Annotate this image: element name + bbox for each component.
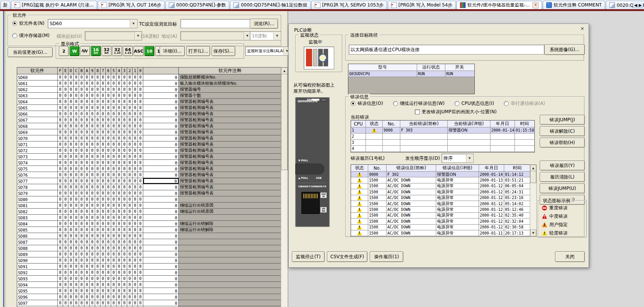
comment-cell[interactable]: 继续运行出错解除 <box>179 221 281 227</box>
column-header[interactable]: 状态 <box>351 165 368 171</box>
bit-cell[interactable]: 0 <box>127 166 133 172</box>
document-tab[interactable]: [PRG]R 写入 OUT 166步 <box>98 1 165 9</box>
bit-cell[interactable]: 0 <box>90 288 95 294</box>
bit-cell[interactable]: 0 <box>111 203 117 208</box>
bit-cell[interactable]: 0 <box>133 251 138 257</box>
bit-cell[interactable]: 0 <box>117 264 122 269</box>
bit-cell[interactable]: 0 <box>68 300 74 306</box>
bit-cell[interactable]: 0 <box>68 196 74 202</box>
device-cell[interactable]: SD89 <box>17 251 58 257</box>
bit-cell[interactable]: 0 <box>90 148 95 153</box>
bit-cell[interactable]: 0 <box>84 80 90 86</box>
bit-cell[interactable]: 0 <box>79 129 84 135</box>
comment-cell[interactable] <box>179 294 281 300</box>
bit-cell[interactable]: 0 <box>111 227 117 233</box>
tab-close-icon[interactable]: × <box>532 2 539 8</box>
bit-cell[interactable]: 0 <box>74 178 79 184</box>
bit-cell[interactable]: 0 <box>74 80 79 86</box>
bit-cell[interactable]: 0 <box>100 105 106 111</box>
bit-cell[interactable]: 0 <box>106 190 111 196</box>
bit-cell[interactable]: 0 <box>117 184 122 190</box>
bit-cell[interactable]: 0 <box>68 123 74 129</box>
bit-cell[interactable]: 0 <box>122 135 127 141</box>
value-cell[interactable]: 0 <box>143 209 179 214</box>
bit-cell[interactable]: 0 <box>58 160 63 166</box>
device-cell[interactable]: SD97 <box>17 300 58 306</box>
bit-cell[interactable]: 0 <box>63 87 68 92</box>
table-row[interactable]: SD8400000000000000000继续运行出错解除 <box>17 221 281 227</box>
bit-cell[interactable]: 0 <box>95 257 100 263</box>
column-header[interactable]: 时间 <box>504 165 530 171</box>
bit-cell[interactable]: 0 <box>79 282 84 288</box>
bit-cell[interactable]: 0 <box>106 288 111 294</box>
bit-cell[interactable]: 0 <box>133 172 138 178</box>
bit-cell[interactable]: 0 <box>74 245 79 251</box>
scrollbar-thumb[interactable] <box>281 74 288 170</box>
comment-cell[interactable] <box>179 196 281 202</box>
bit-cell[interactable]: 0 <box>84 245 90 251</box>
device-cell[interactable]: SD73 <box>17 154 58 159</box>
bit-cell[interactable]: 0 <box>133 264 138 269</box>
bit-cell[interactable]: 0 <box>95 117 100 123</box>
bit-cell[interactable]: 0 <box>63 148 68 153</box>
bit-cell[interactable]: 0 <box>122 99 127 104</box>
table-row[interactable]: SD8900000000000000000 <box>17 251 281 257</box>
table-row[interactable]: SD8500000000000000000继续运行出错解除 <box>17 227 281 233</box>
bit-cell[interactable]: 0 <box>95 215 100 220</box>
device-cell[interactable]: SD77 <box>17 178 58 184</box>
bit-cell[interactable]: 0 <box>127 288 133 294</box>
bit-cell[interactable]: 0 <box>138 135 143 141</box>
module-start-combo[interactable]: ▼ <box>85 31 142 40</box>
bit-cell[interactable]: 0 <box>79 105 84 111</box>
bit-cell[interactable]: 0 <box>127 172 133 178</box>
bit-cell[interactable]: 0 <box>68 172 74 178</box>
chevron-down-icon[interactable]: ▼ <box>283 47 288 55</box>
column-header[interactable]: CPU <box>351 121 366 127</box>
bit-column-header[interactable]: B <box>79 68 84 74</box>
bit-cell[interactable]: 0 <box>79 196 84 202</box>
bit-cell[interactable]: 0 <box>133 111 138 117</box>
bit-cell[interactable]: 0 <box>63 270 68 275</box>
bit-cell[interactable]: 0 <box>111 160 117 166</box>
value-cell[interactable]: 0 <box>143 172 179 178</box>
table-row[interactable]: SD7600000000000000000报警器检测编号表 <box>17 172 281 178</box>
bit-cell[interactable]: 0 <box>100 87 106 92</box>
bit-cell[interactable]: 0 <box>106 233 111 239</box>
bit-cell[interactable]: 0 <box>90 227 95 233</box>
bit-cell[interactable]: 0 <box>68 270 74 275</box>
bit-cell[interactable]: 0 <box>95 239 100 245</box>
table-row[interactable]: SD7900000000000000000报警器检测编号表 <box>17 190 281 196</box>
bit-cell[interactable]: 0 <box>122 233 127 239</box>
bit-cell[interactable]: 0 <box>100 190 106 196</box>
bit-cell[interactable]: 0 <box>133 93 138 98</box>
bit-cell[interactable]: 0 <box>95 123 100 129</box>
table-row[interactable]: SD9000000000000000000 <box>17 257 281 264</box>
column-header[interactable]: 当前错误(简称) <box>400 121 448 127</box>
bit-cell[interactable]: 0 <box>117 129 122 135</box>
bit-cell[interactable]: 0 <box>74 239 79 245</box>
bit-cell[interactable]: 0 <box>79 154 84 159</box>
bit-cell[interactable]: 0 <box>122 117 127 123</box>
bit-cell[interactable]: 0 <box>74 123 79 129</box>
bit-cell[interactable]: 0 <box>84 196 90 202</box>
bit-cell[interactable]: 0 <box>63 129 68 135</box>
bit-cell[interactable]: 0 <box>117 276 122 281</box>
comment-cell[interactable]: 报警器检测编号表 <box>179 166 281 172</box>
table-row[interactable]: SD8600000000000000000 <box>17 233 281 239</box>
bit-cell[interactable]: 0 <box>95 178 100 184</box>
chevron-down-icon[interactable]: ▼ <box>130 20 137 27</box>
bit-cell[interactable]: 0 <box>79 87 84 92</box>
bit-cell[interactable]: 0 <box>63 117 68 123</box>
bit-cell[interactable]: 0 <box>68 282 74 288</box>
table-row[interactable]: SD8700000000000000000 <box>17 239 281 245</box>
bit-cell[interactable]: 0 <box>63 184 68 190</box>
bit-cell[interactable]: 0 <box>74 288 79 294</box>
bit-cell[interactable]: 0 <box>95 233 100 239</box>
bit-cell[interactable]: 0 <box>74 99 79 104</box>
bit-cell[interactable]: 0 <box>90 111 95 117</box>
table-row[interactable]: SD8100000000000000000继续运行出错原因 <box>17 203 281 209</box>
comment-cell[interactable] <box>179 215 281 220</box>
bit-cell[interactable]: 0 <box>122 203 127 208</box>
bit-cell[interactable]: 0 <box>138 300 143 306</box>
table-row[interactable]: SD7400000000000000000报警器检测编号表 <box>17 160 281 166</box>
